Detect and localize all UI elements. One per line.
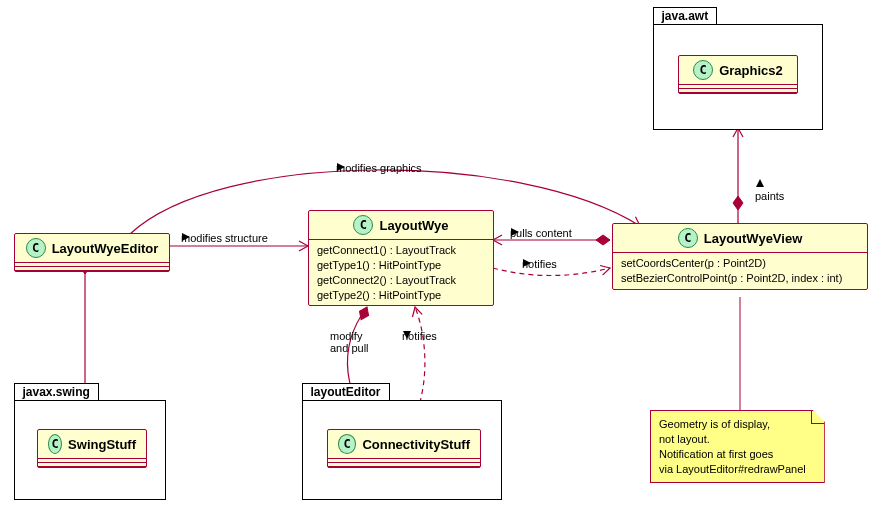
class-layout-wye-name: LayoutWye (379, 218, 448, 233)
class-swing-stuff-name: SwingStuff (68, 437, 136, 452)
package-javax-swing-label: javax.swing (14, 383, 99, 400)
class-swing-stuff: C SwingStuff (37, 429, 147, 468)
label-notifies-view: notifies (522, 258, 557, 270)
class-connectivity-stuff-name: ConnectivityStuff (362, 437, 470, 452)
arrow-up-icon (755, 178, 765, 188)
label-modifies-structure: modifies structure (181, 232, 268, 244)
class-layout-wye-editor: C LayoutWyeEditor (14, 233, 170, 272)
member: setCoordsCenter(p : Point2D) (621, 256, 859, 271)
label-modifies-graphics: modifies graphics (336, 162, 422, 174)
member: getConnect1() : LayoutTrack (317, 243, 485, 258)
label-pulls-content: pulls content (510, 227, 572, 239)
note-line: Geometry is of display, (659, 417, 806, 432)
arrow-right-icon (181, 232, 191, 242)
package-java-awt-label: java.awt (653, 7, 718, 24)
class-icon: C (338, 434, 356, 454)
class-icon: C (353, 215, 373, 235)
label-paints: paints (755, 178, 784, 202)
arrow-right-icon (336, 162, 346, 172)
class-layout-wye: C LayoutWye getConnect1() : LayoutTrack … (308, 210, 494, 306)
arrow-right-icon (510, 227, 520, 237)
note-line: via LayoutEditor#redrawPanel (659, 462, 806, 477)
class-icon: C (48, 434, 62, 454)
package-javax-swing: javax.swing C SwingStuff (14, 400, 166, 500)
member: setBezierControlPoint(p : Point2D, index… (621, 271, 859, 286)
member: getType2() : HitPointType (317, 288, 485, 303)
member: getConnect2() : LayoutTrack (317, 273, 485, 288)
class-icon: C (693, 60, 713, 80)
class-graphics2: C Graphics2 (678, 55, 798, 94)
note-line: not layout. (659, 432, 806, 447)
arrow-right-icon (522, 258, 532, 268)
class-icon: C (26, 238, 46, 258)
arrow-down-icon (402, 330, 412, 340)
edge-view-paints-graphics (733, 128, 743, 224)
label-modify-pull: modify and pull (330, 330, 369, 354)
class-layout-wye-view-name: LayoutWyeView (704, 231, 803, 246)
package-layout-editor: layoutEditor C ConnectivityStuff (302, 400, 502, 500)
class-icon: C (678, 228, 698, 248)
class-layout-wye-view: C LayoutWyeView setCoordsCenter(p : Poin… (612, 223, 868, 290)
class-graphics2-name: Graphics2 (719, 63, 783, 78)
package-layout-editor-label: layoutEditor (302, 383, 390, 400)
note-geometry: Geometry is of display, not layout. Noti… (650, 410, 825, 483)
class-layout-wye-editor-name: LayoutWyeEditor (52, 241, 159, 256)
member: getType1() : HitPointType (317, 258, 485, 273)
class-connectivity-stuff: C ConnectivityStuff (327, 429, 481, 468)
note-line: Notification at first goes (659, 447, 806, 462)
label-notifies-wye: notifies (402, 330, 437, 342)
package-java-awt: java.awt C Graphics2 (653, 24, 823, 130)
